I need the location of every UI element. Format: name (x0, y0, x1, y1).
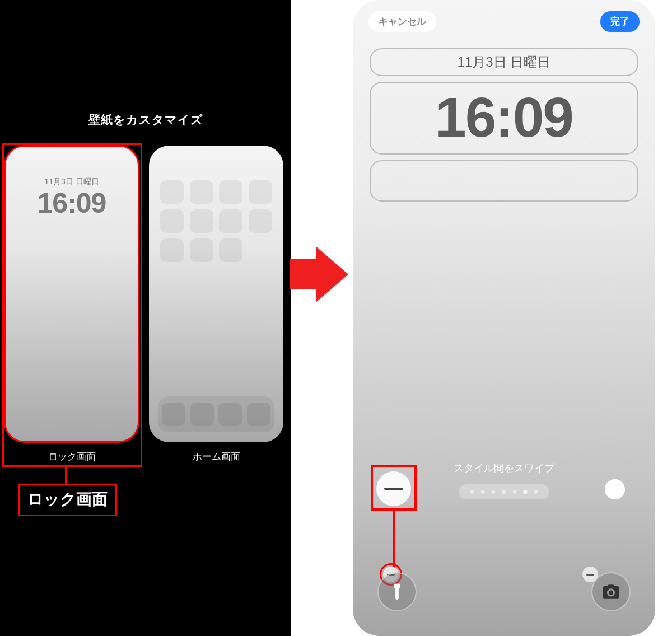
customize-wallpaper-title: 壁紙をカスタマイズ (0, 112, 291, 128)
home-dock-preview (158, 396, 274, 432)
page-dot (481, 490, 485, 494)
wallpaper-picker-panel: 壁紙をカスタマイズ 11月3日 日曜日 16:09 ロック画面 ホーム画面 (0, 0, 291, 636)
arrow-icon (290, 259, 318, 289)
flashlight-shortcut[interactable] (377, 572, 417, 611)
camera-icon (601, 582, 620, 601)
done-button[interactable]: 完了 (600, 11, 640, 32)
time-widget[interactable]: 16:09 (370, 82, 638, 155)
page-dot (502, 490, 506, 494)
cancel-button[interactable]: キャンセル (368, 11, 436, 32)
flashlight-icon (388, 582, 407, 601)
page-dot (534, 490, 538, 494)
annotation-callout-text: ロック画面 (27, 490, 108, 508)
transition-arrow-area (291, 0, 347, 636)
date-widget[interactable]: 11月3日 日曜日 (370, 48, 638, 76)
home-screen-thumbnail-label: ホーム画面 (193, 450, 240, 463)
page-dot-active (524, 490, 528, 494)
camera-shortcut[interactable] (591, 572, 631, 611)
bottom-widget-slot[interactable] (370, 160, 638, 202)
style-page-indicator[interactable] (459, 484, 549, 499)
annotation-highlight-box (371, 465, 417, 511)
phone-frame: キャンセル 完了 11月3日 日曜日 16:09 スタイル間をスワイプ (353, 0, 655, 636)
page-dot (492, 490, 496, 494)
home-screen-thumbnail[interactable] (149, 146, 283, 442)
minus-icon (586, 574, 594, 576)
home-grid-preview (160, 180, 272, 262)
color-swatch-white[interactable] (605, 479, 625, 499)
arrow-head-icon (316, 246, 348, 302)
lock-screen-editor-panel: キャンセル 完了 11月3日 日曜日 16:09 スタイル間をスワイプ (347, 0, 672, 636)
annotation-connector-line (65, 467, 67, 485)
annotation-connector-line (393, 509, 395, 568)
page-dot (513, 490, 517, 494)
page-dot (470, 490, 474, 494)
editor-topbar: キャンセル 完了 (353, 11, 655, 32)
annotation-highlight-box (2, 143, 142, 467)
annotation-callout: ロック画面 (18, 484, 117, 516)
